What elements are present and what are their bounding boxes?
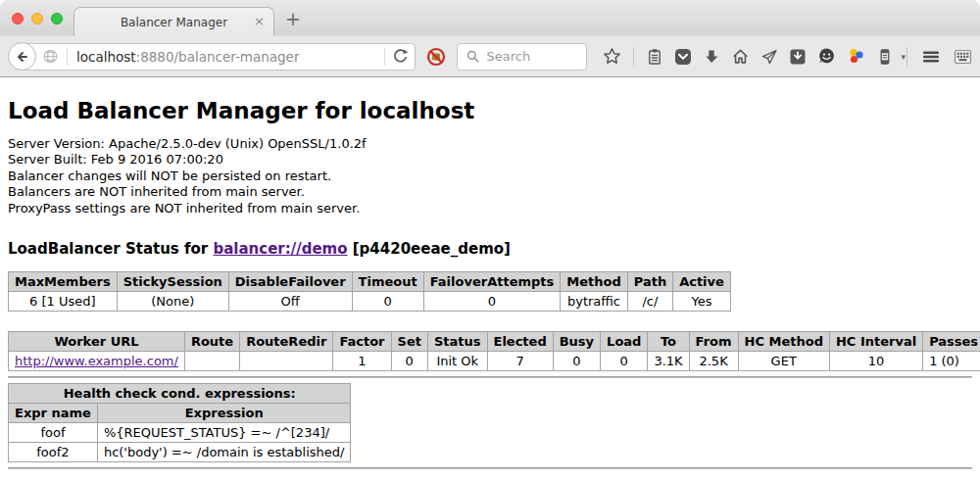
column-header: FailoverAttempts xyxy=(423,272,561,292)
send-plane-icon[interactable] xyxy=(760,48,778,66)
worker-data-row: http://www.example.com/ 1 0 Init Ok 7 0 … xyxy=(9,352,980,371)
toolbar-divider xyxy=(633,47,634,67)
column-header: Status xyxy=(427,332,487,352)
cell-stickysession: (None) xyxy=(117,292,228,312)
smiley-bubble-icon[interactable] xyxy=(817,47,836,66)
browser-window: Balancer Manager × + localhost:8880/bala… xyxy=(0,0,980,481)
reload-icon xyxy=(392,48,409,65)
column-header: Elected xyxy=(487,332,553,352)
colored-dots-icon[interactable] xyxy=(847,47,865,66)
back-button[interactable] xyxy=(8,42,36,71)
content-blocked-icon xyxy=(426,47,446,67)
cell-elected: 7 xyxy=(487,352,553,371)
urlbar-divider xyxy=(67,48,68,66)
minimize-window-button[interactable] xyxy=(31,13,43,24)
titlebar: Balancer Manager × + xyxy=(0,0,980,36)
column-header: Path xyxy=(627,272,672,292)
section-divider xyxy=(8,376,972,378)
cell-factor: 1 xyxy=(333,352,391,371)
cell-to: 3.1K xyxy=(648,352,689,371)
tab-title: Balancer Manager xyxy=(121,16,227,29)
cell-passes: 1 (0) xyxy=(923,352,980,371)
proxypass-note-line: ProxyPass settings are NOT inherited fro… xyxy=(8,201,972,216)
cell-expr-name: foof2 xyxy=(9,443,98,462)
bookmark-star-icon[interactable] xyxy=(603,47,621,66)
worker-header-row: Worker URL Route RouteRedir Factor Set S… xyxy=(9,332,980,352)
cell-hc-interval: 10 xyxy=(829,352,922,371)
balancer-header-row: MaxMembers StickySession DisableFailover… xyxy=(9,272,731,292)
pocket-icon[interactable] xyxy=(674,48,692,66)
new-tab-button[interactable]: + xyxy=(285,8,301,29)
back-icon xyxy=(14,48,31,66)
worker-table: Worker URL Route RouteRedir Factor Set S… xyxy=(8,331,980,371)
cell-expr-name: foof xyxy=(9,423,98,443)
url-bar[interactable]: localhost:8880/balancer-manager xyxy=(22,43,416,71)
server-info: Server Version: Apache/2.5.0-dev (Unix) … xyxy=(8,136,972,216)
column-header: Method xyxy=(561,272,627,292)
cell-failoverattempts: 0 xyxy=(423,292,561,312)
url-host: localhost xyxy=(76,49,136,65)
tab-close-icon[interactable]: × xyxy=(254,14,265,29)
download-arrow-icon[interactable] xyxy=(703,48,720,66)
column-header: Factor xyxy=(333,332,391,352)
download-box-icon[interactable] xyxy=(789,48,807,66)
column-header: Load xyxy=(601,332,648,352)
search-bar[interactable]: Search xyxy=(457,43,587,71)
column-header: HC Interval xyxy=(829,332,922,352)
column-header: StickySession xyxy=(117,272,228,292)
column-header: Active xyxy=(673,272,731,292)
inherit-note-line: Balancers are NOT inherited from main se… xyxy=(8,184,972,200)
toolbar-buttons: ▾ xyxy=(603,47,906,67)
health-data-row: foof2 hc('body') =~ /domain is establish… xyxy=(9,443,351,462)
cell-from: 2.5K xyxy=(689,352,738,371)
column-header: Timeout xyxy=(352,272,423,292)
health-check-table: Health check cond. expressions: Expr nam… xyxy=(8,383,351,462)
zoom-window-button[interactable] xyxy=(51,13,63,24)
device-battery-icon[interactable] xyxy=(876,48,894,66)
cell-path: /c/ xyxy=(627,292,672,312)
home-icon[interactable] xyxy=(731,47,750,66)
reload-button[interactable] xyxy=(385,48,415,65)
content-blocked-button[interactable] xyxy=(426,47,446,67)
column-header: MaxMembers xyxy=(9,272,118,292)
hamburger-menu-icon[interactable] xyxy=(921,48,941,66)
globe-icon xyxy=(42,48,59,65)
page-bottom-divider xyxy=(8,467,972,469)
clipboard-icon[interactable] xyxy=(646,48,663,66)
balancer-demo-link[interactable]: balancer://demo xyxy=(213,240,347,258)
page-title: Load Balancer Manager for localhost xyxy=(8,98,972,123)
server-version-line: Server Version: Apache/2.5.0-dev (Unix) … xyxy=(8,136,972,152)
cell-route xyxy=(184,352,239,371)
column-header: HC Method xyxy=(738,332,829,352)
cell-worker-url: http://www.example.com/ xyxy=(9,352,185,371)
window-controls xyxy=(12,13,63,24)
cell-expression: hc('body') =~ /domain is established/ xyxy=(97,443,351,462)
keyboard-grid-icon[interactable] xyxy=(954,48,972,66)
cell-active: Yes xyxy=(673,292,731,312)
health-table-title: Health check cond. expressions: xyxy=(9,384,351,404)
cell-hc-method: GET xyxy=(738,352,829,371)
cell-status: Init Ok xyxy=(427,352,487,371)
column-header: Passes xyxy=(923,332,980,352)
search-icon xyxy=(466,49,480,64)
cell-set: 0 xyxy=(391,352,427,371)
loadbalancer-status-heading: LoadBalancer Status for balancer://demo … xyxy=(8,240,972,258)
column-header: Set xyxy=(391,332,427,352)
cell-maxmembers: 6 [1 Used] xyxy=(9,292,118,312)
tab-balancer-manager[interactable]: Balancer Manager × xyxy=(74,7,274,36)
server-built-line: Server Built: Feb 9 2016 07:00:20 xyxy=(8,152,972,168)
status-prefix: LoadBalancer Status for xyxy=(8,240,213,258)
page-content: Load Balancer Manager for localhost Serv… xyxy=(0,77,980,481)
cell-busy: 0 xyxy=(553,352,600,371)
column-header: Route xyxy=(184,332,239,352)
cell-routeredir xyxy=(240,352,333,371)
close-window-button[interactable] xyxy=(12,13,24,24)
persist-note-line: Balancer changes will NOT be persisted o… xyxy=(8,168,972,184)
search-placeholder: Search xyxy=(486,49,530,64)
cell-timeout: 0 xyxy=(352,292,423,312)
balancer-table: MaxMembers StickySession DisableFailover… xyxy=(8,271,731,312)
worker-url-link[interactable]: http://www.example.com/ xyxy=(15,354,178,368)
column-header: Expr name xyxy=(9,404,98,423)
health-data-row: foof %{REQUEST_STATUS} =~ /^[234]/ xyxy=(9,423,351,443)
toolbar-right xyxy=(906,47,972,67)
